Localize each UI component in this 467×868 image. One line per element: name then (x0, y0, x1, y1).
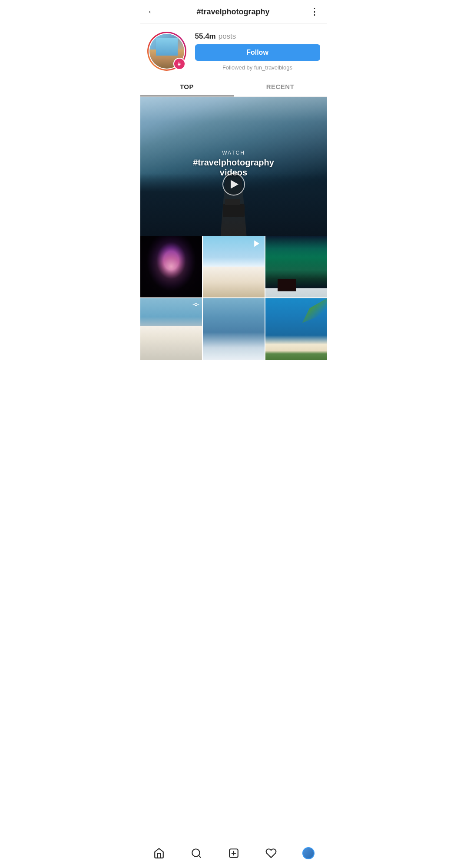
more-options-button[interactable]: ⋮ (310, 6, 320, 17)
tab-recent[interactable]: RECENT (234, 78, 327, 96)
svg-marker-0 (254, 241, 259, 247)
hashtag-badge: # (173, 58, 185, 70)
profile-section: # 55.4m posts Follow Followed by fun_tra… (140, 24, 327, 77)
grid-item[interactable] (140, 236, 202, 297)
back-button[interactable]: ← (147, 6, 157, 17)
santorini-photo (140, 298, 202, 360)
aurora-photo (265, 236, 327, 297)
watch-label: WATCH (187, 150, 280, 156)
posts-number: 55.4m (195, 32, 216, 41)
tab-top[interactable]: TOP (140, 78, 234, 96)
posts-count: 55.4m posts (195, 32, 320, 41)
grid-item[interactable] (265, 298, 327, 360)
grid-item[interactable] (140, 298, 202, 360)
cave-photo (140, 236, 202, 297)
video-banner[interactable]: WATCH #travelphotography videos (140, 97, 327, 236)
van (223, 204, 245, 217)
tropical-photo (265, 298, 327, 360)
svg-point-1 (195, 303, 197, 305)
grid-item[interactable] (203, 236, 265, 297)
avatar-wrapper: # (147, 32, 186, 71)
posts-label: posts (219, 32, 236, 41)
profile-info: 55.4m posts Follow Followed by fun_trave… (195, 32, 320, 71)
tabs-bar: TOP RECENT (140, 78, 327, 97)
video-icon (252, 239, 261, 250)
followed-by-text: Followed by fun_travelblogs (195, 64, 320, 71)
page-title: #travelphotography (196, 7, 269, 17)
grid-item[interactable] (203, 298, 265, 360)
ocean-photo (203, 298, 265, 360)
header: ← #travelphotography ⋮ (140, 0, 327, 24)
follow-button[interactable]: Follow (195, 44, 320, 61)
grid-item[interactable] (265, 236, 327, 297)
play-button[interactable] (222, 173, 245, 196)
photo-grid (140, 236, 327, 360)
